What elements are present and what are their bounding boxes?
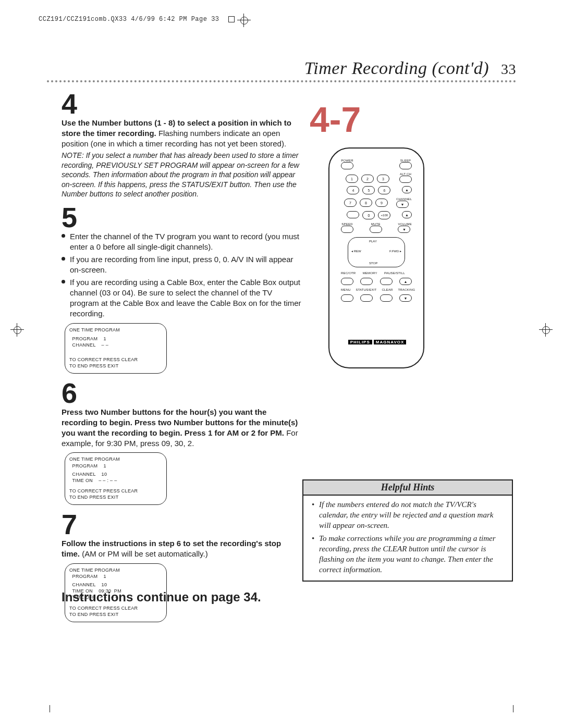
left-column: 4 Use the Number buttons (1 - 8) to sele… xyxy=(62,90,301,622)
printer-mark: CCZ191/CCZ191comb.QX33 4/6/99 6:42 PM Pa… xyxy=(39,16,235,23)
step-5-number: 5 xyxy=(62,203,301,231)
remote-num-1[interactable]: 1 xyxy=(346,175,358,183)
remote-label-power: POWER xyxy=(341,159,353,162)
remote-label-channel: CHANNEL xyxy=(396,198,412,201)
remote-status-button[interactable] xyxy=(360,294,373,302)
printer-mark-box-icon xyxy=(228,16,235,22)
remote-brand-philips: PHILIPS xyxy=(348,340,372,344)
remote-num-6[interactable]: 6 xyxy=(378,186,390,194)
remote-label-clear: CLEAR xyxy=(382,288,393,291)
remote-menu-button[interactable] xyxy=(341,294,353,302)
step-4: 4 Use the Number buttons (1 - 8) to sele… xyxy=(62,90,301,199)
remote-rec-button[interactable] xyxy=(341,278,353,285)
osd-line: PROGRAM 1 xyxy=(69,336,162,342)
osd-line: PROGRAM 1 xyxy=(69,573,162,579)
remote-label-menu: MENU xyxy=(341,288,350,291)
remote-label-rew: ◂ REW xyxy=(351,249,361,253)
osd-line: ONE TIME PROGRAM xyxy=(69,327,162,333)
step-5-item: If you are recording from line input, pr… xyxy=(62,254,301,275)
step-5-item: If you are recording using a Cable Box, … xyxy=(62,277,301,319)
helpful-hints-list: If the numbers entered do not match the … xyxy=(312,500,506,575)
remote-label-altch: ALT CH xyxy=(399,172,412,176)
remote-num-9[interactable]: 9 xyxy=(375,199,388,207)
onscreen-box-6: ONE TIME PROGRAM PROGRAM 1 CHANNEL 10 TI… xyxy=(65,452,167,505)
remote-label-sleep: SLEEP xyxy=(399,159,412,162)
registration-mark-left xyxy=(10,323,24,337)
step-6-text: Press two Number buttons for the hour(s)… xyxy=(62,407,301,448)
osd-line: TO END PRESS EXIT xyxy=(69,494,162,500)
osd-line: ONE TIME PROGRAM xyxy=(69,456,162,462)
remote-brand: PHILIPSMAGNAVOX xyxy=(329,339,423,344)
page-title: Timer Recording (cont'd) 33 xyxy=(304,58,516,78)
remote-sleep-button[interactable] xyxy=(399,162,412,169)
right-column: 4-7 POWER SLEEP 1 2 xyxy=(313,102,511,368)
remote-altch-button[interactable] xyxy=(399,176,412,183)
remote-control-illustration: POWER SLEEP 1 2 3 ALT CH xyxy=(328,147,424,368)
step-range-badge: 4-7 xyxy=(310,102,511,137)
step-5-item: Enter the channel of the TV program you … xyxy=(62,231,301,252)
remote-num-4[interactable]: 4 xyxy=(347,186,359,194)
remote-num-8[interactable]: 8 xyxy=(360,199,372,207)
remote-channel-down[interactable]: ▼ xyxy=(396,201,409,208)
page-number: 33 xyxy=(501,61,516,77)
step-4-note: NOTE: If you select a number that has al… xyxy=(62,151,301,199)
osd-line: TO CORRECT PRESS CLEAR xyxy=(69,605,162,611)
step-5: 5 Enter the channel of the TV program yo… xyxy=(62,203,301,374)
registration-mark-top xyxy=(237,14,251,27)
osd-line: TO CORRECT PRESS CLEAR xyxy=(69,488,162,494)
remote-num-0[interactable]: 0 xyxy=(362,211,375,219)
remote-clear-button[interactable] xyxy=(380,294,393,302)
remote-channel-up[interactable]: ▲ xyxy=(402,186,412,193)
osd-line: CHANNEL 10 xyxy=(69,471,162,477)
step-6-bold: Press two Number buttons for the hour(s)… xyxy=(62,408,298,437)
step-6: 6 Press two Number buttons for the hour(… xyxy=(62,379,301,505)
remote-brand-magnavox: MAGNAVOX xyxy=(374,340,407,344)
remote-num-7[interactable]: 7 xyxy=(344,199,357,207)
remote-num-5[interactable]: 5 xyxy=(362,186,375,194)
osd-line: CHANNEL 10 xyxy=(69,582,162,588)
remote-blank-button[interactable] xyxy=(347,211,359,218)
osd-line: CHANNEL – – xyxy=(69,342,162,348)
remote-label-stop: STOP xyxy=(369,262,377,265)
remote-power-button[interactable] xyxy=(341,162,353,169)
remote-label-tracking: TRACKING xyxy=(398,288,415,291)
remote-label-mute: MUTE xyxy=(370,223,382,226)
osd-line: TO END PRESS EXIT xyxy=(69,363,162,369)
page: CCZ191/CCZ191comb.QX33 4/6/99 6:42 PM Pa… xyxy=(0,0,563,728)
remote-num-3[interactable]: 3 xyxy=(377,175,389,183)
remote-tracking-down[interactable]: ▼ xyxy=(399,294,412,302)
hint-item: If the numbers entered do not match the … xyxy=(312,500,506,530)
osd-line: TO CORRECT PRESS CLEAR xyxy=(69,356,162,363)
step-4-number: 4 xyxy=(62,90,301,118)
osd-line: PROGRAM 1 xyxy=(69,463,162,469)
remote-volume-down[interactable]: ▼ xyxy=(398,226,410,233)
dotted-rule xyxy=(47,80,516,82)
step-5-list: Enter the channel of the TV program you … xyxy=(62,231,301,319)
printer-mark-text: CCZ191/CCZ191comb.QX33 4/6/99 6:42 PM Pa… xyxy=(39,16,219,23)
remote-plus100[interactable]: +100 xyxy=(378,211,390,219)
remote-transport-block: PLAY ◂ REW F.FWD ▸ STOP xyxy=(348,237,405,267)
remote-num-2[interactable]: 2 xyxy=(361,175,374,183)
step-6-number: 6 xyxy=(62,379,301,407)
remote-tracking-up[interactable]: ▲ xyxy=(399,278,412,285)
osd-line: ONE TIME PROGRAM xyxy=(69,567,162,573)
osd-line: TO END PRESS EXIT xyxy=(69,611,162,618)
remote-memory-button[interactable] xyxy=(360,278,373,285)
remote-label-ffwd: F.FWD ▸ xyxy=(389,249,401,253)
remote-speed-button[interactable] xyxy=(341,226,353,233)
remote-volume-up[interactable]: ▲ xyxy=(402,211,412,218)
remote-label-speed: SPEED xyxy=(341,223,353,226)
crop-mark-icon xyxy=(513,705,513,712)
remote-label-memory: MEMORY xyxy=(363,272,377,275)
step-4-text: Use the Number buttons (1 - 8) to select… xyxy=(62,118,301,149)
remote-mute-button[interactable] xyxy=(370,226,382,233)
crop-mark-icon xyxy=(50,705,50,712)
remote-label-pause: PAUSE/STILL xyxy=(384,272,405,275)
step-7-text: Follow the instructions in step 6 to set… xyxy=(62,538,301,559)
remote-label-status: STATUS/EXIT xyxy=(356,288,376,291)
helpful-hints-box: Helpful Hints If the numbers entered do … xyxy=(302,479,513,582)
helpful-hints-title: Helpful Hints xyxy=(303,480,512,496)
remote-pause-button[interactable] xyxy=(380,278,393,285)
hint-item: To make corrections while you are progra… xyxy=(312,534,506,575)
instructions-continue: Instructions continue on page 34. xyxy=(62,590,261,604)
